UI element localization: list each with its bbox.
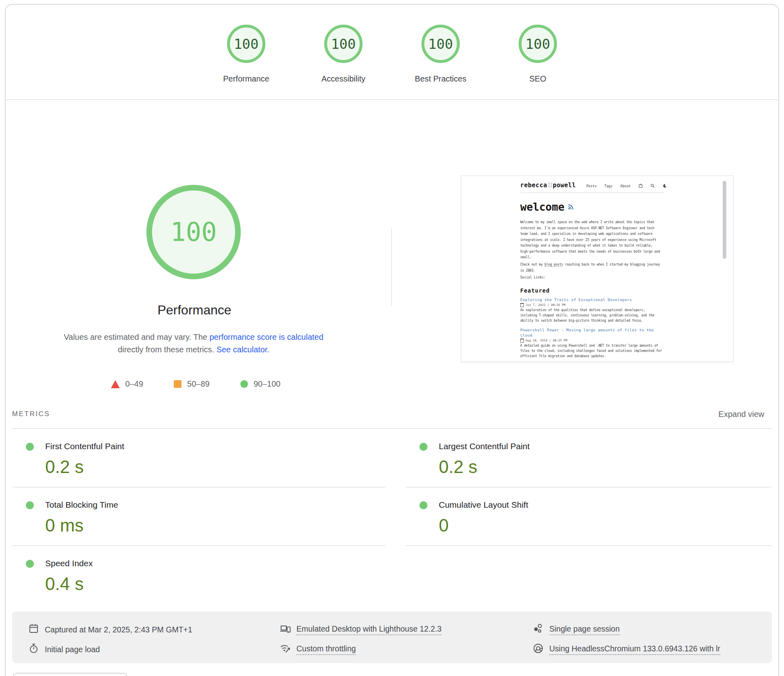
metric-speed-index: Speed Index 0.4 s: [12, 546, 386, 605]
legend-marker-icon: [174, 380, 181, 388]
metric-pass-icon: [419, 443, 427, 451]
legend-marker-icon: [111, 380, 120, 388]
emulated-device-item[interactable]: Emulated Desktop with Lighthouse 12.2.3: [280, 623, 442, 636]
metric-value: 0 ms: [45, 515, 386, 536]
metric-pass-icon: [419, 501, 427, 509]
metric-cumulative-layout-shift: Cumulative Layout Shift 0: [406, 487, 772, 546]
description-text: Values are estimated and may vary. The: [64, 333, 209, 341]
lighthouse-report: 100 Performance 100 Accessibility 100 Be…: [0, 0, 784, 676]
archive-icon: [638, 184, 643, 188]
score-value: 100: [525, 36, 550, 52]
metric-pass-icon: [26, 560, 34, 568]
metric-value: 0: [439, 515, 772, 536]
metric-label: Speed Index: [45, 559, 386, 568]
mini-post-date: Jun 7, 2022 | 08:26 PM: [520, 303, 667, 307]
metrics-heading: METRICS: [12, 410, 50, 418]
mini-heading-text: welcome: [520, 201, 565, 213]
score-label: SEO: [529, 74, 546, 84]
mini-social-label: Social Links:: [520, 276, 546, 279]
search-icon: [651, 184, 655, 188]
header-divider: [6, 99, 778, 100]
score-gauge: 100: [324, 25, 363, 63]
mini-post-description: A detailed guide on using Powershell and…: [520, 343, 667, 359]
mini-text: reaching back to when I started my blogg…: [563, 263, 660, 266]
category-score[interactable]: 100 Accessibility: [295, 25, 392, 84]
browser-text: Using HeadlessChromium 133.0.6943.126 wi…: [549, 644, 720, 655]
mini-scrollbar-thumb: [723, 181, 726, 259]
legend-item: 50–89: [174, 379, 210, 389]
social-icon: [563, 275, 567, 280]
mini-text: in 2003.: [520, 268, 667, 274]
calendar-icon: [28, 623, 39, 636]
throttling-item[interactable]: Custom throttling: [280, 643, 356, 656]
score-gauge: 100: [227, 25, 265, 63]
score-value: 100: [331, 36, 356, 52]
session-text: Single page session: [549, 624, 620, 635]
performance-title: Performance: [0, 303, 389, 318]
mini-nav-link: About: [620, 184, 631, 188]
score-label: Best Practices: [415, 74, 467, 84]
mini-welcome-heading: welcome: [520, 201, 573, 213]
emulated-device-text: Emulated Desktop with Lighthouse 12.2.3: [296, 624, 442, 635]
performance-score: 100: [170, 217, 217, 247]
mini-blog-paragraph: Check out my blog posts reaching back to…: [520, 262, 667, 274]
mini-social-links: Social Links:: [520, 275, 589, 280]
mini-logo-block-icon: [548, 183, 552, 187]
browser-item[interactable]: Using HeadlessChromium 133.0.6943.126 wi…: [533, 643, 720, 656]
legend-marker-icon: [240, 380, 248, 388]
devices-icon: [280, 623, 291, 636]
moon-icon: [663, 184, 667, 188]
mini-featured-posts: Exploring the Traits of Exceptional Deve…: [520, 297, 667, 362]
session-item[interactable]: Single page session: [533, 623, 620, 636]
metric-total-blocking-time: Total Blocking Time 0 ms: [12, 487, 386, 546]
initial-page-load-item: Initial page load: [28, 643, 100, 656]
social-icon: [570, 275, 575, 280]
mini-site-nav: PostsTagsAbout: [586, 184, 667, 188]
metric-pass-icon: [26, 443, 34, 451]
throttling-text: Custom throttling: [296, 644, 356, 655]
capture-info-footer: Captured at Mar 2, 2025, 2:43 PM GMT+1 I…: [12, 611, 772, 663]
mini-logo-left: rebecca: [520, 182, 547, 189]
bottom-partial-button[interactable]: [13, 673, 127, 676]
category-score[interactable]: 100 Performance: [198, 25, 295, 84]
metric-value: 0.2 s: [45, 457, 386, 477]
category-score[interactable]: 100 Best Practices: [392, 25, 489, 84]
chrome-icon: [533, 643, 544, 656]
stopwatch-icon: [28, 643, 39, 656]
score-gauge: 100: [421, 25, 460, 63]
captured-at-item: Captured at Mar 2, 2025, 2:43 PM GMT+1: [28, 623, 192, 636]
legend-label: 0–49: [125, 379, 144, 389]
metric-pass-icon: [26, 501, 34, 509]
mini-post-title: Exploring the Traits of Exceptional Deve…: [520, 297, 667, 302]
mini-intro-paragraph: Welcome to my small space on the web whe…: [520, 220, 667, 261]
description-text: directly from these metrics.: [118, 345, 217, 354]
mini-logo-right: powell: [553, 182, 576, 189]
mini-featured-heading: Featured: [520, 287, 550, 294]
mini-post-date: Aug 18, 2014 | 08:25 PM: [520, 338, 667, 343]
performance-score-link[interactable]: performance score is calculated: [209, 333, 323, 341]
score-label: Accessibility: [321, 74, 365, 84]
see-calculator-link[interactable]: See calculator.: [217, 345, 269, 354]
performance-description: Values are estimated and may vary. The p…: [52, 331, 335, 356]
mini-site-logo: rebeccapowell: [520, 182, 576, 189]
category-score[interactable]: 100 SEO: [489, 25, 586, 84]
metric-label: Cumulative Layout Shift: [439, 500, 772, 510]
network-throttling-icon: [280, 643, 291, 656]
score-value: 100: [428, 36, 453, 52]
score-gauge: 100: [519, 25, 557, 63]
legend-item: 90–100: [240, 379, 281, 389]
session-dots-icon: [533, 623, 544, 636]
legend-label: 50–89: [187, 379, 210, 389]
captured-at-text: Captured at Mar 2, 2025, 2:43 PM GMT+1: [45, 625, 192, 634]
mini-header-rule: [520, 193, 665, 193]
social-icon: [548, 275, 553, 280]
social-icon: [578, 275, 582, 280]
mini-text: Check out my: [520, 263, 544, 266]
social-icon: [556, 275, 560, 280]
expand-view-button[interactable]: Expand view: [719, 410, 764, 419]
performance-gauge: 100: [146, 185, 241, 279]
legend-label: 90–100: [254, 379, 281, 389]
legend-item: 0–49: [111, 379, 144, 389]
mini-post: Exploring the Traits of Exceptional Deve…: [520, 297, 667, 323]
metric-value: 0.4 s: [45, 574, 386, 594]
